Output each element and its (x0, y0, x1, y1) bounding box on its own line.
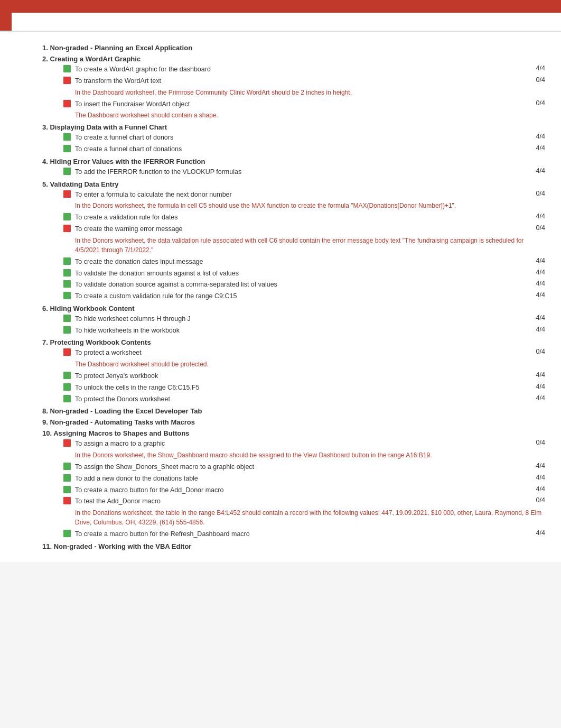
task-score-t5c: 0/4 (519, 224, 545, 232)
section-header-s7: 7. Protecting Workbook Contents (42, 338, 545, 346)
task-left-t7a: To protect a worksheet (63, 348, 519, 358)
task-left-t7b: To protect Jenya's workbook (63, 371, 519, 381)
task-left-t5a: To enter a formula to calculate the next… (63, 190, 519, 200)
task-text-t6b: To hide worksheets in the workbook (75, 326, 519, 336)
task-row-t2c: To insert the Fundraiser WordArt object0… (42, 99, 545, 109)
task-text-t10c: To add a new donor to the donations tabl… (75, 474, 519, 484)
task-left-t10d: To create a macro button for the Add_Don… (63, 485, 519, 495)
task-row-t5b: To create a validation rule for dates4/4 (42, 213, 545, 223)
task-row-t5d: To create the donation dates input messa… (42, 257, 545, 267)
section-header-s4: 4. Hiding Error Values with the IFERROR … (42, 158, 545, 165)
section-header-s9: 9. Non-graded - Automating Tasks with Ma… (42, 418, 545, 426)
color-block-t7c (63, 383, 71, 391)
task-left-t4a: To add the IFERROR function to the VLOOK… (63, 167, 519, 177)
task-left-t3a: To create a funnel chart of donors (63, 133, 519, 143)
task-row-t5c: To create the warning error message0/4 (42, 224, 545, 234)
task-row-t10f: To create a macro button for the Refresh… (42, 529, 545, 539)
task-text-t10d: To create a macro button for the Add_Don… (75, 485, 519, 495)
task-text-t7d: To protect the Donors worksheet (75, 394, 519, 404)
color-block-t5a (63, 190, 71, 198)
task-text-t10e: To test the Add_Donor macro (75, 496, 519, 506)
task-score-t5g: 4/4 (519, 291, 545, 299)
color-block-t10c (63, 474, 71, 482)
header-section (0, 13, 561, 32)
color-block-t5d (63, 257, 71, 265)
task-score-t2b: 0/4 (519, 76, 545, 84)
task-text-t5g: To create a custom validation rule for t… (75, 291, 519, 301)
task-text-t5a: To enter a formula to calculate the next… (75, 190, 519, 200)
task-left-t3b: To create a funnel chart of donations (63, 144, 519, 154)
task-score-t3b: 4/4 (519, 144, 545, 152)
error-msg-t2b: In the Dashboard worksheet, the Primrose… (42, 88, 545, 97)
task-text-t5d: To create the donation dates input messa… (75, 257, 519, 267)
color-block-t3b (63, 145, 71, 152)
task-left-t2c: To insert the Fundraiser WordArt object (63, 99, 519, 109)
task-score-t10b: 4/4 (519, 462, 545, 469)
task-score-t10e: 0/4 (519, 496, 545, 504)
section-header-s10: 10. Assigning Macros to Shapes and Butto… (42, 429, 545, 437)
task-row-t3a: To create a funnel chart of donors4/4 (42, 133, 545, 143)
task-row-t2b: To transform the WordArt text0/4 (42, 76, 545, 86)
color-block-t5b (63, 213, 71, 220)
task-row-t5g: To create a custom validation rule for t… (42, 291, 545, 301)
task-row-t5a: To enter a formula to calculate the next… (42, 190, 545, 200)
task-row-t7a: To protect a worksheet0/4 (42, 348, 545, 358)
task-score-t6b: 4/4 (519, 326, 545, 333)
color-block-t3a (63, 133, 71, 141)
content-area: 1. Non-graded - Planning an Excel Applic… (0, 32, 561, 562)
section-header-s1: 1. Non-graded - Planning an Excel Applic… (42, 44, 545, 52)
task-row-t7d: To protect the Donors worksheet4/4 (42, 394, 545, 404)
task-left-t10e: To test the Add_Donor macro (63, 496, 519, 506)
task-text-t4a: To add the IFERROR function to the VLOOK… (75, 167, 519, 177)
header-left (19, 18, 26, 26)
error-msg-t2c: The Dashboard worksheet should contain a… (42, 110, 545, 120)
task-row-t3b: To create a funnel chart of donations4/4 (42, 144, 545, 154)
color-block-t5f (63, 280, 71, 288)
color-block-t6b (63, 326, 71, 334)
color-block-t10b (63, 463, 71, 470)
task-score-t5b: 4/4 (519, 213, 545, 220)
section-header-s5: 5. Validating Data Entry (42, 180, 545, 188)
task-score-t5a: 0/4 (519, 190, 545, 197)
task-score-t10f: 4/4 (519, 529, 545, 537)
color-block-t5c (63, 225, 71, 232)
section-header-s3: 3. Displaying Data with a Funnel Chart (42, 123, 545, 131)
color-block-t2c (63, 100, 71, 107)
color-block-t10d (63, 486, 71, 493)
error-msg-t5c: In the Donors worksheet, the data valida… (42, 236, 545, 255)
task-left-t10b: To assign the Show_Donors_Sheet macro to… (63, 462, 519, 472)
task-text-t3a: To create a funnel chart of donors (75, 133, 519, 143)
task-score-t6a: 4/4 (519, 314, 545, 321)
color-block-t10a (63, 439, 71, 447)
task-left-t5f: To validate donation source against a co… (63, 280, 519, 290)
section-header-s6: 6. Hiding Workbook Content (42, 305, 545, 312)
task-row-t4a: To add the IFERROR function to the VLOOK… (42, 167, 545, 177)
task-text-t10b: To assign the Show_Donors_Sheet macro to… (75, 462, 519, 472)
task-score-t2c: 0/4 (519, 99, 545, 107)
task-row-t10d: To create a macro button for the Add_Don… (42, 485, 545, 495)
task-left-t5c: To create the warning error message (63, 224, 519, 234)
task-left-t7c: To unlock the cells in the range C6:C15,… (63, 383, 519, 393)
task-text-t2b: To transform the WordArt text (75, 76, 519, 86)
color-block-t10f (63, 530, 71, 537)
task-left-t2a: To create a WordArt graphic for the dash… (63, 64, 519, 75)
task-text-t2a: To create a WordArt graphic for the dash… (75, 64, 519, 75)
task-row-t10c: To add a new donor to the donations tabl… (42, 474, 545, 484)
error-msg-t5a: In the Donors worksheet, the formula in … (42, 201, 545, 210)
task-text-t5b: To create a validation rule for dates (75, 213, 519, 223)
task-score-t7d: 4/4 (519, 394, 545, 402)
task-score-t7b: 4/4 (519, 371, 545, 379)
task-score-t7c: 4/4 (519, 383, 545, 390)
color-block-t10e (63, 497, 71, 504)
task-score-t10a: 0/4 (519, 439, 545, 446)
task-row-t6a: To hide worksheet columns H through J4/4 (42, 314, 545, 324)
color-block-t5e (63, 269, 71, 277)
error-msg-t7a: The Dashboard worksheet should be protec… (42, 360, 545, 369)
task-left-t10a: To assign a macro to a graphic (63, 439, 519, 449)
color-block-t2a (63, 65, 71, 72)
task-row-t6b: To hide worksheets in the workbook4/4 (42, 326, 545, 336)
task-left-t7d: To protect the Donors worksheet (63, 394, 519, 404)
task-score-t5d: 4/4 (519, 257, 545, 264)
task-left-t5b: To create a validation rule for dates (63, 213, 519, 223)
color-block-t6a (63, 315, 71, 322)
